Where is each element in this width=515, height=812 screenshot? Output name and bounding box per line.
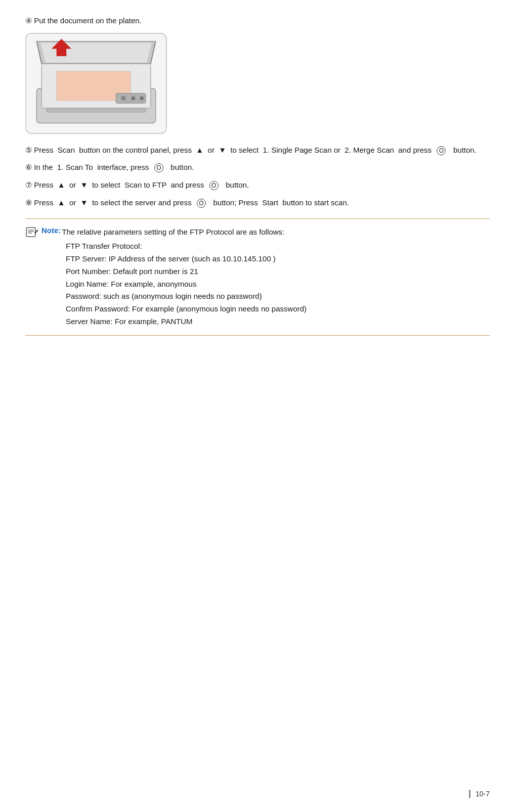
step7-text: ⑦ Press ▲ or ▼ to select Scan to FTP and… [25, 179, 490, 192]
step4-header: ④ Put the document on the platen. [25, 15, 490, 27]
note-label: Note: [41, 226, 61, 235]
step7-block: ⑦ Press ▲ or ▼ to select Scan to FTP and… [25, 179, 490, 192]
step6-text: ⑥ In the 1. Scan To interface, press O b… [25, 161, 490, 174]
note-icon [25, 227, 39, 238]
step8-block: ⑧ Press ▲ or ▼ to select the server and … [25, 197, 490, 209]
top-divider [25, 218, 490, 219]
ok-button-symbol-2: O [154, 163, 163, 172]
step5-block: ⑤ Press Scan button on the control panel… [25, 144, 490, 157]
step8-text: ⑧ Press ▲ or ▼ to select the server and … [25, 197, 490, 209]
svg-point-9 [121, 96, 126, 101]
scanner-image [25, 33, 167, 134]
step6-block: ⑥ In the 1. Scan To interface, press O b… [25, 161, 490, 174]
svg-rect-12 [47, 108, 146, 112]
scanner-svg-illustration [26, 34, 166, 133]
svg-rect-13 [26, 228, 35, 237]
note-item-2: Port Number: Default port number is 21 [66, 265, 490, 278]
note-item-0: FTP Transfer Protocol: [66, 240, 490, 253]
note-item-1: FTP Server: IP Address of the server (su… [66, 253, 490, 265]
step5-text: ⑤ Press Scan button on the control panel… [25, 144, 490, 157]
step4-text: ④ Put the document on the platen. [25, 15, 490, 27]
page-number: 10-7 [469, 790, 490, 798]
ok-button-symbol-3: O [209, 181, 219, 190]
note-list: FTP Transfer Protocol: FTP Server: IP Ad… [66, 240, 490, 328]
note-item-5: Confirm Password: For example (anonymous… [66, 303, 490, 315]
svg-point-11 [140, 96, 144, 100]
svg-point-10 [132, 96, 136, 100]
note-item-4: Password: such as (anonymous login needs… [66, 290, 490, 303]
bottom-divider [25, 335, 490, 336]
note-block: Note: The relative parameters setting of… [25, 226, 490, 239]
ok-button-symbol-4: O [197, 199, 206, 208]
svg-marker-17 [34, 230, 38, 234]
ok-button-symbol: O [437, 146, 446, 155]
note-item-6: Server Name: For example, PANTUM [66, 315, 490, 328]
note-intro-text: The relative parameters setting of the F… [62, 226, 490, 239]
note-item-3: Login Name: For example, anonymous [66, 278, 490, 291]
